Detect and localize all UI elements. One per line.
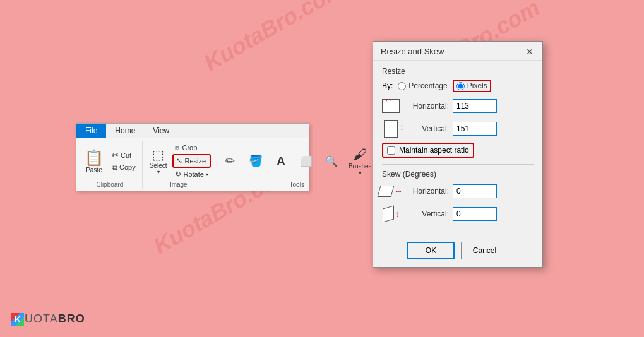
copy-button[interactable]: ⧉ Copy <box>109 162 138 173</box>
tools-group-label: Tools <box>290 180 304 188</box>
skew-h-arrow-icon: ↔ <box>394 186 403 196</box>
tab-home[interactable]: Home <box>106 124 144 138</box>
fill-button[interactable]: 🪣 <box>244 152 267 170</box>
crop-resize-col: ⧈ Crop ⤡ Resize ↻ Rotate ▾ <box>172 142 210 180</box>
skew-vertical-input[interactable] <box>453 207 497 221</box>
pencil-button[interactable]: ✏ <box>219 152 242 170</box>
rotate-label: Rotate <box>183 170 203 178</box>
arrow-double-v-icon: ↕ <box>400 122 404 132</box>
cancel-button[interactable]: Cancel <box>461 242 508 259</box>
resize-section-label: Resize <box>382 67 534 76</box>
resize-h-box: ↔ <box>382 99 400 113</box>
copy-label: Copy <box>119 163 136 171</box>
dialog-footer: OK Cancel <box>373 237 542 267</box>
ribbon-body: 📋 Paste ✂ Cut ⧉ Copy Clipboard <box>76 138 309 191</box>
divider <box>382 164 534 165</box>
percentage-label: Percentage <box>408 81 447 90</box>
paste-button[interactable]: 📋 Paste <box>81 147 107 175</box>
dialog-title: Resize and Skew <box>381 47 444 56</box>
brushes-label: Brushes <box>349 163 372 170</box>
pencil-icon: ✏ <box>225 154 235 168</box>
maintain-aspect-ratio-checkbox[interactable] <box>387 146 395 155</box>
clipboard-group: 📋 Paste ✂ Cut ⧉ Copy Clipboard <box>78 141 143 189</box>
pixels-label: Pixels <box>467 81 487 90</box>
tab-file[interactable]: File <box>76 124 106 138</box>
paste-label: Paste <box>86 167 102 174</box>
ribbon: File Home View 📋 Paste ✂ Cut ⧉ Copy <box>76 123 309 191</box>
tools-group: ✏ 🪣 A ⬜ 🔍 🖌 Brushes ▾ <box>215 141 379 189</box>
clipboard-group-label: Clipboard <box>96 180 123 188</box>
close-button[interactable]: ✕ <box>525 47 535 56</box>
skew-vertical-row: ↕ Vertical: <box>382 205 534 223</box>
skew-horizontal-label: Horizontal: <box>403 187 449 196</box>
logo-bro: BRO <box>58 312 85 326</box>
resize-skew-dialog: Resize and Skew ✕ Resize By: Percentage … <box>373 41 543 268</box>
image-items: ⬚ Select ▾ ⧈ Crop ⤡ Resize ↻ Rotate <box>146 142 211 180</box>
ribbon-tabs: File Home View <box>76 124 309 138</box>
pixels-radio[interactable] <box>456 82 465 90</box>
brushes-button[interactable]: 🖌 Brushes ▾ <box>345 145 375 177</box>
cut-copy-col: ✂ Cut ⧉ Copy <box>109 149 138 173</box>
skew-horizontal-input[interactable] <box>453 184 497 198</box>
image-group-label: Image <box>170 180 188 188</box>
crop-button[interactable]: ⧈ Crop <box>172 142 210 153</box>
vertical-label: Vertical: <box>403 124 449 133</box>
select-label: Select <box>150 162 167 169</box>
cut-label: Cut <box>121 151 131 159</box>
crop-icon: ⧈ <box>175 143 180 152</box>
copy-icon: ⧉ <box>112 163 117 172</box>
eraser-button[interactable]: ⬜ <box>295 153 318 169</box>
text-icon: A <box>277 155 285 168</box>
logo-box: K <box>11 313 24 326</box>
image-group: ⬚ Select ▾ ⧈ Crop ⤡ Resize ↻ Rotate <box>143 141 215 189</box>
skew-h-shape <box>378 186 395 197</box>
skew-v-arrow-icon: ↕ <box>395 209 400 219</box>
resize-button[interactable]: ⤡ Resize <box>172 154 210 168</box>
ok-button[interactable]: OK <box>407 242 455 259</box>
resize-v-icon: ↕ <box>382 120 400 138</box>
crop-label: Crop <box>182 144 197 151</box>
logo-uota: UOTA <box>25 312 58 326</box>
brushes-icon: 🖌 <box>353 146 367 163</box>
horizontal-label: Horizontal: <box>403 102 449 110</box>
dialog-body: Resize By: Percentage Pixels ↔ Horizonta… <box>373 61 542 237</box>
horizontal-input[interactable] <box>453 99 497 113</box>
resize-v-box <box>384 120 398 138</box>
magnify-icon: 🔍 <box>325 155 338 167</box>
clipboard-items: 📋 Paste ✂ Cut ⧉ Copy <box>81 142 138 180</box>
arrow-double-h-icon: ↔ <box>384 95 393 105</box>
fill-icon: 🪣 <box>249 154 263 168</box>
rotate-arrow: ▾ <box>206 172 208 177</box>
vertical-input[interactable] <box>453 122 497 136</box>
resize-by-row: By: Percentage Pixels <box>382 80 534 92</box>
skew-vertical-label: Vertical: <box>403 210 449 218</box>
watermark-1: KuotaBro.com <box>200 0 349 76</box>
by-label: By: <box>382 81 393 90</box>
select-icon: ⬚ <box>152 147 164 162</box>
maintain-aspect-ratio-row[interactable]: Maintain aspect ratio <box>382 143 474 158</box>
scissors-icon: ✂ <box>112 150 119 160</box>
rotate-icon: ↻ <box>175 170 181 179</box>
skew-v-shape <box>383 206 394 223</box>
resize-vertical-row: ↕ Vertical: <box>382 120 534 138</box>
brushes-arrow: ▾ <box>359 170 361 175</box>
percentage-radio-label[interactable]: Percentage <box>398 81 447 90</box>
cut-button[interactable]: ✂ Cut <box>109 149 138 161</box>
maintain-aspect-ratio-label: Maintain aspect ratio <box>399 146 469 155</box>
text-button[interactable]: A <box>270 153 292 170</box>
percentage-radio[interactable] <box>398 82 406 90</box>
dialog-titlebar: Resize and Skew ✕ <box>373 42 542 61</box>
resize-h-icon: ↔ <box>382 97 400 115</box>
tools-items: ✏ 🪣 A ⬜ 🔍 🖌 Brushes ▾ <box>219 142 375 180</box>
tab-view[interactable]: View <box>144 124 178 138</box>
skew-h-icon: ↔ <box>382 182 400 200</box>
paste-icon: 📋 <box>85 149 104 167</box>
resize-icon: ⤡ <box>176 157 182 165</box>
magnify-button[interactable]: 🔍 <box>320 153 343 169</box>
select-button[interactable]: ⬚ Select ▾ <box>146 145 170 177</box>
pixels-radio-label[interactable]: Pixels <box>453 80 491 92</box>
select-arrow: ▾ <box>157 169 160 175</box>
rotate-button[interactable]: ↻ Rotate ▾ <box>172 168 210 180</box>
resize-label: Resize <box>184 157 206 165</box>
logo: K UOTA BRO <box>11 312 85 326</box>
